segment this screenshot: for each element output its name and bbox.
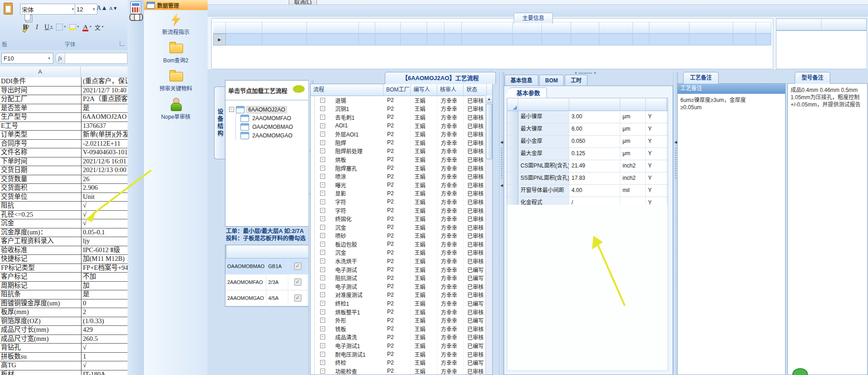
expand-toggle-icon[interactable]: − (320, 360, 325, 365)
flow-row[interactable]: − 终检1 P2 王娟 方幸幸 已编写 (311, 299, 492, 308)
column-headers[interactable]: A (0, 66, 128, 78)
grid-column-header[interactable] (307, 22, 359, 34)
expand-toggle-icon[interactable]: − (320, 157, 325, 162)
dropdown-arrow-icon[interactable]: ▼ (101, 25, 104, 29)
subboard-row[interactable]: OAAOMOBMAO GB1A ✓ (225, 258, 308, 274)
expand-toggle-icon[interactable]: − (320, 233, 325, 238)
row-value-cell[interactable]: 1376637 (81, 122, 128, 131)
flow-row[interactable]: − 外层AOI1 P2 王娟 方幸幸 已审核 (311, 130, 492, 138)
expand-toggle-icon[interactable]: − (320, 318, 325, 323)
row-label-cell[interactable]: 交货数量 (0, 175, 81, 184)
grid-column-header[interactable] (571, 22, 599, 34)
param-value-cell[interactable]: 0.125 (569, 148, 620, 160)
params-row[interactable]: 最大镍厚 6.00 μm Y (507, 123, 668, 136)
params-tab[interactable]: 工时 (565, 75, 587, 86)
spreadsheet-row[interactable]: 阻抗 √ (0, 202, 128, 211)
grid-cell[interactable] (226, 34, 262, 46)
row-label-cell[interactable]: 下单时间 (0, 157, 81, 166)
params-column-header[interactable] (646, 98, 667, 111)
grid-cell[interactable] (571, 34, 599, 46)
cell-name-box[interactable]: F10 ▼ (1, 53, 53, 64)
row-label-cell[interactable]: 导出时间 (0, 86, 81, 95)
flow-col-status[interactable]: 状态 (464, 84, 487, 96)
flow-row[interactable]: − 板边包胶 P2 王娟 方幸幸 已审核 (311, 240, 492, 248)
spreadsheet-row[interactable]: 阻抗条 是 (0, 290, 128, 299)
expand-toggle-icon[interactable]: − (320, 258, 325, 264)
expand-toggle-icon[interactable]: − (320, 174, 325, 179)
row-value-cell[interactable]: 2 (81, 308, 128, 317)
params-tab[interactable]: BOM (539, 75, 564, 86)
params-tab[interactable]: 基本信息 (505, 75, 538, 86)
grid-cell[interactable] (689, 34, 733, 46)
row-value-cell[interactable]: √ (81, 344, 128, 352)
flow-row[interactable]: − 电子测试1 P2 王娟 方幸幸 已编写 (311, 341, 492, 350)
data-manager-item[interactable]: 新流程指示 (162, 13, 189, 35)
merge-grid-column-header[interactable] (822, 19, 867, 30)
basic-params-tab[interactable]: 基本参数 (510, 87, 547, 98)
calculator-icon[interactable] (130, 1, 141, 14)
row-label-cell[interactable]: FP标记类型 (0, 264, 81, 273)
grid-column-header[interactable] (599, 22, 633, 34)
grid-cell[interactable] (599, 34, 633, 46)
row-value-cell[interactable]: √ (81, 361, 128, 370)
grid-column-header[interactable] (401, 22, 427, 34)
params-row[interactable]: 最大金厚 0.125 μm Y (507, 148, 668, 160)
tree-child-node[interactable]: 2AAOMOMFAO (236, 114, 306, 122)
row-value-cell[interactable]: 2.906 (81, 184, 128, 193)
flow-col-bom[interactable]: BOM工厂 (383, 84, 411, 96)
row-label-cell[interactable]: 图镀铜镍金厚度(um) (0, 299, 81, 308)
underline-button[interactable]: U▼ (44, 21, 54, 33)
flow-row[interactable]: − 电子测试 P2 王娟 方幸幸 已编写 (311, 265, 492, 274)
expand-toggle-icon[interactable]: − (320, 309, 325, 314)
flow-row[interactable]: − 阻焊前处理 P2 王娟 方幸幸 已审核 (311, 147, 492, 156)
flow-scrollbar[interactable]: ▲ (485, 96, 492, 375)
expand-toggle-icon[interactable]: − (320, 301, 325, 306)
param-value-cell[interactable]: 21.49 (569, 160, 620, 172)
spreadsheet-row[interactable]: 铜箔厚度(OZ) (1/0.33) (0, 317, 128, 326)
expand-toggle-icon[interactable]: − (320, 352, 325, 357)
row-label-cell[interactable]: 快捷标记 (0, 255, 81, 264)
grid-cell[interactable] (444, 34, 462, 46)
expand-toggle-icon[interactable]: − (320, 199, 325, 204)
column-header-a[interactable]: A (0, 66, 81, 77)
row-value-cell[interactable]: √ (81, 219, 128, 228)
flow-row[interactable]: − 曝光 P2 王娟 方幸幸 已审核 (311, 181, 492, 189)
italic-button[interactable]: I (32, 21, 42, 33)
grid-cell[interactable] (401, 34, 427, 46)
grid-cell[interactable] (649, 34, 689, 46)
expand-toggle-icon[interactable]: − (320, 148, 325, 153)
spreadsheet-row[interactable]: 下单时间 2021/12/6 16:01 (0, 157, 128, 167)
row-label-cell[interactable]: 客户工程资料录入 (0, 237, 81, 246)
tree-child-node[interactable]: OAAOMOBMAO (236, 122, 306, 131)
merge-grid-column-header[interactable] (776, 19, 822, 30)
subboard-row[interactable]: 2AAOMOMFAO 2/3A ✓ (225, 274, 308, 290)
row-label-cell[interactable]: 阻抗 (0, 202, 81, 210)
spreadsheet-row[interactable]: 板材 IT-180A (0, 370, 128, 375)
row-value-cell[interactable]: 是 (81, 290, 128, 299)
row-label-cell[interactable]: 验收标准 (0, 246, 81, 255)
grid-column-header[interactable] (689, 22, 733, 34)
expand-toggle-icon[interactable]: − (320, 334, 325, 340)
spreadsheet-row[interactable]: 成品尺寸宽(mm) 260.5 (0, 335, 128, 344)
tree-child-node[interactable]: 2AAOMOMGAO (236, 131, 306, 140)
collapse-left-icon[interactable]: ◀ (500, 140, 503, 144)
spreadsheet-row[interactable]: 背钻孔 √ (0, 344, 128, 353)
expand-toggle-icon[interactable]: − (320, 182, 325, 188)
flow-col-writer[interactable]: 编写人 (411, 84, 437, 96)
spreadsheet-row[interactable]: E工号 1376637 (0, 122, 128, 131)
grid-cell[interactable] (462, 34, 513, 46)
row-value-cell[interactable]: V-09404603-101 (81, 148, 128, 157)
flow-row[interactable]: − 外形 P2 王娟 方幸幸 已编写 (311, 316, 492, 324)
expand-toggle-icon[interactable]: − (320, 140, 325, 145)
param-value-cell[interactable]: 3.00 (569, 111, 620, 123)
row-label-cell[interactable]: 文件名称 (0, 148, 81, 157)
grid-column-header[interactable] (427, 22, 444, 34)
spreadsheet-row[interactable]: 是否签单 是 (0, 104, 128, 113)
borders-button[interactable]: ▼ (56, 21, 67, 33)
scroll-up-icon[interactable]: ▲ (486, 96, 492, 103)
font-size-combobox[interactable]: 12 ▼ (75, 4, 97, 15)
data-manager-item[interactable]: 预审关键物料 (159, 69, 192, 92)
dropdown-arrow-icon[interactable]: ▼ (92, 7, 96, 11)
flow-row[interactable]: − 终检 P2 王娟 方幸幸 已编写 (311, 358, 492, 367)
row-value-cell[interactable]: 260.5 (81, 335, 128, 344)
